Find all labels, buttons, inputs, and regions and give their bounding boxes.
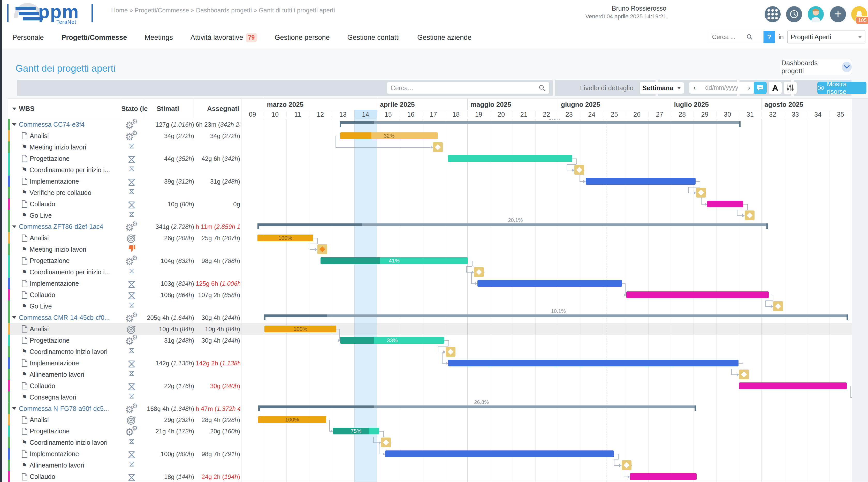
- week-label[interactable]: 23: [558, 111, 581, 118]
- table-row[interactable]: ⚑Allineamento lavori⧖: [8, 369, 241, 380]
- milestone-row-label[interactable]: ⚑Consegna lavori: [22, 394, 76, 401]
- table-row[interactable]: Collaudo⧖22g (176h)30g (240h): [8, 380, 241, 391]
- task-row-label[interactable]: Implementazione: [22, 450, 79, 458]
- task-bar[interactable]: [385, 450, 614, 457]
- status-cell[interactable]: ⧖: [124, 165, 139, 173]
- task-row-label[interactable]: Analisi: [22, 325, 49, 333]
- status-cell[interactable]: ⧖: [124, 187, 139, 195]
- table-row[interactable]: Commessa N-FG78-a90f-dc5...⚙⚙168g 4h (1.…: [8, 403, 241, 414]
- table-row[interactable]: ⚑Coordinamento inizio lavori⧖: [8, 437, 241, 448]
- week-label[interactable]: 20: [490, 111, 513, 118]
- collapse-icon[interactable]: [12, 225, 16, 228]
- milestone-marker[interactable]: [433, 142, 443, 152]
- task-row-label[interactable]: Collaudo: [22, 201, 55, 208]
- milestone-row-label[interactable]: ⚑Coordinamento inizio lavori: [22, 348, 107, 356]
- milestone-marker[interactable]: [773, 301, 783, 311]
- table-row[interactable]: ⚑Consegna lavori⧖: [8, 391, 241, 403]
- task-bar[interactable]: [448, 155, 572, 162]
- table-row[interactable]: Collaudo⧖18g (144h)24g 2h (194h): [8, 471, 241, 482]
- task-bar[interactable]: [626, 292, 769, 298]
- week-label[interactable]: 30: [716, 111, 739, 118]
- week-label[interactable]: 32: [762, 111, 784, 118]
- nav-item-attivita-lavorative[interactable]: Attività lavorative79: [190, 33, 269, 42]
- week-label[interactable]: 19: [467, 111, 490, 118]
- table-row[interactable]: ⚑Coordinamento per inizio i...⧖: [8, 266, 241, 278]
- task-row-label[interactable]: Progettazione: [22, 427, 69, 435]
- status-cell[interactable]: ⧖: [124, 278, 139, 290]
- week-label[interactable]: 09: [241, 111, 264, 118]
- status-cell[interactable]: ⧖: [124, 142, 139, 150]
- table-row[interactable]: Progettazione⚙⚙31g (248h)30g 4h (244h): [8, 335, 241, 346]
- collapse-icon[interactable]: [12, 407, 16, 410]
- milestone-marker[interactable]: [381, 438, 391, 447]
- date-input[interactable]: dd/mm/yyyy: [705, 84, 738, 91]
- milestone-row-label[interactable]: ⚑Coordinamento per inizio i...: [22, 166, 110, 174]
- milestone-marker[interactable]: [575, 165, 584, 175]
- task-bar[interactable]: [739, 383, 847, 389]
- milestone-row-label[interactable]: ⚑Coordinamento inizio lavori: [22, 439, 107, 446]
- table-row[interactable]: Progettazione⚙⚙21g 4h (172h)20g (160h): [8, 425, 241, 437]
- table-row[interactable]: Progettazione⧖44g (352h)42g 6h (342h): [8, 153, 241, 164]
- week-label[interactable]: 33: [784, 111, 807, 118]
- table-row[interactable]: Collaudo⧖108g (864h)107g 2h (858h): [8, 289, 241, 300]
- table-row[interactable]: Commessa CMR-14-45cb-cf0...⚙⚙205g 4h (1.…: [8, 312, 241, 323]
- search-help-button[interactable]: ?: [764, 31, 775, 43]
- week-label[interactable]: 11: [286, 111, 309, 118]
- assegnati-header[interactable]: Assegnati: [207, 105, 239, 113]
- table-row[interactable]: ⚑Verifiche pre collaudo⧖: [8, 187, 241, 198]
- week-label[interactable]: 29: [693, 111, 716, 118]
- status-cell[interactable]: [124, 233, 139, 245]
- status-cell[interactable]: ⧖: [124, 267, 139, 275]
- task-bar[interactable]: [477, 280, 622, 287]
- next-date-button[interactable]: ›: [748, 84, 750, 92]
- week-label[interactable]: 10: [264, 111, 287, 118]
- week-label[interactable]: 22: [535, 111, 558, 118]
- task-bar[interactable]: [630, 473, 696, 480]
- table-row[interactable]: ⚑Meeting inizio lavori⧖: [8, 142, 241, 153]
- task-row-label[interactable]: Implementazione: [22, 178, 79, 185]
- table-row[interactable]: Implementazione⧖100g (800h)98g 7h (791h): [8, 448, 241, 459]
- nav-item-progetti-commesse[interactable]: Progetti/Commesse: [62, 34, 138, 42]
- nav-item-meetings[interactable]: Meetings: [145, 34, 184, 42]
- milestone-row-label[interactable]: ⚑Allineamento lavori: [22, 371, 84, 378]
- prev-date-button[interactable]: ‹: [693, 84, 695, 92]
- status-cell[interactable]: ⧖: [124, 290, 139, 301]
- table-row[interactable]: Implementazione⧖103g (824h)125g 6h (1.00…: [8, 278, 241, 289]
- task-bar[interactable]: [586, 178, 695, 185]
- task-row-label[interactable]: Collaudo: [22, 291, 55, 299]
- week-label[interactable]: 26: [626, 111, 649, 118]
- project-row-label[interactable]: Commessa ZFT86-d2ef-1ac4: [12, 223, 103, 231]
- table-row[interactable]: Progettazione⚙⚙104g (832h)98g 4h (788h): [8, 255, 241, 266]
- milestone-marker[interactable]: [739, 369, 749, 379]
- add-button[interactable]: +: [830, 6, 846, 22]
- week-label[interactable]: 24: [581, 111, 603, 118]
- project-summary-bar[interactable]: [258, 405, 696, 408]
- task-bar[interactable]: 33%: [340, 337, 444, 344]
- task-row-label[interactable]: Progettazione: [22, 337, 69, 344]
- project-summary-bar[interactable]: [264, 314, 848, 317]
- filters-button[interactable]: [784, 82, 797, 94]
- table-row[interactable]: ⚑Coordinamento inizio lavori⧖: [8, 346, 241, 357]
- search-scope-select[interactable]: Progetti Aperti: [787, 31, 865, 43]
- table-row[interactable]: ⚑Go Live⧖: [8, 300, 241, 312]
- comments-toggle-button[interactable]: [754, 82, 767, 94]
- task-bar[interactable]: 41%: [320, 257, 468, 264]
- task-bar[interactable]: [448, 360, 739, 366]
- project-summary-bar[interactable]: [340, 121, 741, 124]
- project-summary-bar[interactable]: [257, 223, 768, 226]
- task-row-label[interactable]: Analisi: [22, 234, 49, 242]
- export-pdf-button[interactable]: [769, 82, 782, 94]
- status-cell[interactable]: ⧖: [124, 301, 139, 309]
- milestone-row-label[interactable]: ⚑Verifiche pre collaudo: [22, 189, 91, 197]
- user-avatar[interactable]: [808, 6, 824, 22]
- status-cell[interactable]: ⧖: [124, 347, 139, 354]
- milestone-marker[interactable]: [446, 347, 456, 357]
- milestone-row-label[interactable]: ⚑Coordinamento per inizio i...: [22, 268, 110, 276]
- status-cell[interactable]: ⧖: [124, 472, 139, 482]
- milestone-marker[interactable]: [474, 267, 484, 277]
- milestone-row-label[interactable]: ⚑Meeting inizio lavori: [22, 144, 86, 151]
- week-label[interactable]: 27: [648, 111, 671, 118]
- app-logo[interactable]: ppm TeraNet: [7, 3, 93, 23]
- week-label[interactable]: 17: [422, 111, 445, 118]
- project-row-label[interactable]: Commessa N-FG78-a90f-dc5...: [12, 405, 109, 413]
